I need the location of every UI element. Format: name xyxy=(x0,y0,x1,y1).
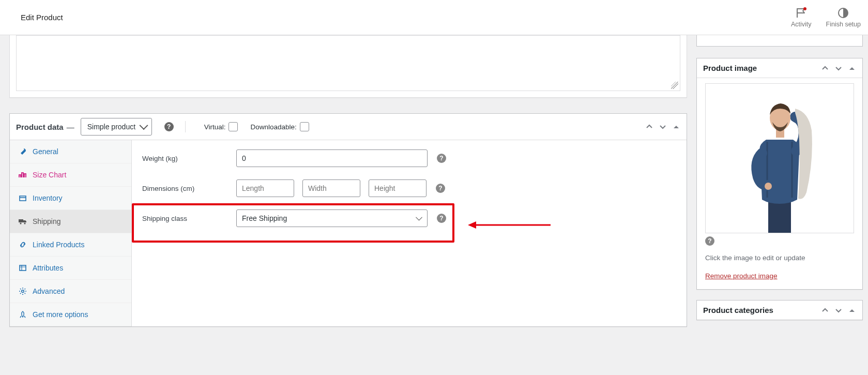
description-textarea[interactable] xyxy=(16,35,680,91)
svg-point-0 xyxy=(803,7,806,10)
product-data-dash: — xyxy=(67,123,74,131)
resize-grip-icon[interactable] xyxy=(671,82,678,89)
downloadable-checkbox-label[interactable]: Downloadable: xyxy=(250,122,309,131)
svg-point-4 xyxy=(24,222,25,224)
finish-setup-button[interactable]: Finish setup xyxy=(826,7,861,28)
downloadable-checkbox[interactable] xyxy=(300,122,309,131)
product-data-header: Product data — Simple product ? Virtual: xyxy=(10,114,687,140)
weight-row: Weight (kg) ? xyxy=(142,149,676,167)
top-bar: Edit Product Activity Finish setup xyxy=(0,0,868,35)
product-data-title: Product data xyxy=(16,123,64,131)
product-image-thumbnail[interactable] xyxy=(705,83,854,233)
tab-inventory[interactable]: Inventory xyxy=(10,187,131,210)
shipping-class-row: Shipping class Free Shipping ? xyxy=(142,209,676,227)
product-image-panel: Product image xyxy=(696,58,863,290)
help-icon[interactable]: ? xyxy=(164,122,174,131)
svg-rect-5 xyxy=(20,265,26,271)
activity-label: Activity xyxy=(791,21,812,28)
svg-point-6 xyxy=(22,290,24,293)
panel-down-icon[interactable] xyxy=(834,64,843,72)
wrench-icon xyxy=(18,147,27,156)
gear-icon xyxy=(18,287,27,295)
finish-setup-label: Finish setup xyxy=(826,21,861,28)
panel-collapse-icon[interactable] xyxy=(672,123,680,131)
divider xyxy=(185,121,186,132)
shipping-tab-content: Weight (kg) ? Dimensions (cm) ? xyxy=(132,140,687,326)
remove-product-image-link[interactable]: Remove product image xyxy=(705,272,778,280)
panel-down-icon[interactable] xyxy=(834,306,843,314)
inventory-icon xyxy=(18,194,27,202)
flag-icon xyxy=(795,7,808,19)
attributes-icon xyxy=(18,264,27,272)
height-input[interactable] xyxy=(369,179,427,197)
sidebar-panel-cut xyxy=(696,35,863,47)
length-input[interactable] xyxy=(236,179,294,197)
product-image-title: Product image xyxy=(703,64,757,72)
tab-size-chart[interactable]: Size Chart xyxy=(10,163,131,187)
weight-input[interactable] xyxy=(236,149,428,167)
tab-linked-products[interactable]: Linked Products xyxy=(10,233,131,257)
product-categories-panel: Product categories xyxy=(696,300,863,320)
half-circle-icon xyxy=(836,7,850,19)
virtual-label: Virtual: xyxy=(204,123,226,131)
virtual-checkbox-label[interactable]: Virtual: xyxy=(204,122,238,131)
activity-button[interactable]: Activity xyxy=(791,7,812,28)
panel-up-icon[interactable] xyxy=(821,306,829,314)
shipping-class-select[interactable]: Free Shipping xyxy=(236,209,428,227)
truck-icon xyxy=(18,217,27,226)
dimensions-row: Dimensions (cm) ? xyxy=(142,179,676,197)
product-data-tabs: General Size Chart Inventory xyxy=(10,140,132,326)
help-icon[interactable]: ? xyxy=(436,184,445,193)
link-icon xyxy=(18,241,27,249)
help-icon[interactable]: ? xyxy=(437,214,446,223)
panel-up-icon[interactable] xyxy=(645,123,653,131)
help-icon[interactable]: ? xyxy=(437,154,446,163)
help-icon[interactable]: ? xyxy=(705,236,714,246)
product-image-hint: Click the image to edit or update xyxy=(705,254,854,262)
description-editor-panel xyxy=(9,35,687,98)
dimensions-label: Dimensions (cm) xyxy=(142,185,227,192)
panel-up-icon[interactable] xyxy=(821,64,829,72)
tab-get-more-options[interactable]: Get more options xyxy=(10,303,131,326)
shipping-class-label: Shipping class xyxy=(142,215,227,222)
page-title: Edit Product xyxy=(21,13,63,22)
product-type-select[interactable]: Simple product xyxy=(81,118,152,136)
downloadable-label: Downloadable: xyxy=(250,123,296,131)
width-input[interactable] xyxy=(302,179,360,197)
panel-down-icon[interactable] xyxy=(659,123,667,131)
panel-collapse-icon[interactable] xyxy=(848,306,856,314)
svg-point-11 xyxy=(765,183,772,190)
virtual-checkbox[interactable] xyxy=(229,122,238,131)
weight-label: Weight (kg) xyxy=(142,155,227,162)
rocket-icon xyxy=(18,310,27,319)
svg-point-3 xyxy=(20,222,21,224)
product-data-panel: Product data — Simple product ? Virtual: xyxy=(9,113,687,327)
svg-rect-2 xyxy=(20,196,26,201)
tab-shipping[interactable]: Shipping xyxy=(10,210,131,233)
panel-collapse-icon[interactable] xyxy=(848,64,856,72)
tab-attributes[interactable]: Attributes xyxy=(10,257,131,280)
topbar-actions: Activity Finish setup xyxy=(791,7,861,28)
product-categories-title: Product categories xyxy=(703,306,773,314)
size-chart-icon xyxy=(18,171,27,179)
tab-advanced[interactable]: Advanced xyxy=(10,280,131,303)
tab-general[interactable]: General xyxy=(10,140,131,163)
